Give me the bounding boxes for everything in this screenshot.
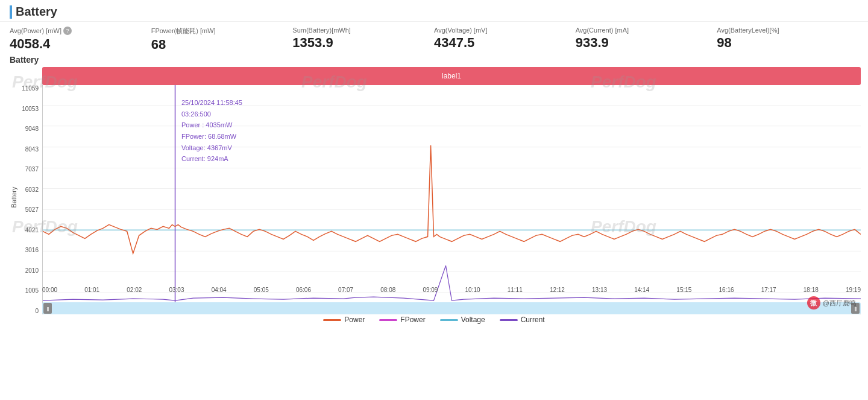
y-label-9: 2010 xyxy=(2,267,39,274)
stat-avg-current-value: 933.9 xyxy=(576,35,717,51)
y-axis-title: Battery xyxy=(10,187,17,208)
x-label-9: 09:09 xyxy=(423,287,438,293)
x-axis: 00:00 01:01 02:02 03:03 04:04 05:05 06:0… xyxy=(42,287,861,293)
x-label-16: 16:16 xyxy=(719,287,734,293)
x-label-18: 18:18 xyxy=(804,287,819,293)
legend-power-label: Power xyxy=(344,316,365,324)
scrollbar-handle-left[interactable]: ||| xyxy=(43,303,52,314)
legend: Power FPower Voltage Current xyxy=(0,313,868,326)
y-label-4: 7037 xyxy=(2,166,39,173)
y-label-10: 1005 xyxy=(2,287,39,294)
stat-avg-voltage-label: Avg(Voltage) [mV] xyxy=(434,27,576,34)
x-label-3: 03:03 xyxy=(169,287,184,293)
legend-voltage-label: Voltage xyxy=(461,316,485,324)
scrollbar-left-icon: ||| xyxy=(46,306,48,311)
x-label-14: 14:14 xyxy=(634,287,649,293)
legend-voltage-line xyxy=(440,319,458,321)
stat-fpower-label: FPower(帧能耗) [mW] xyxy=(151,27,293,36)
y-label-1: 10053 xyxy=(2,106,39,112)
x-label-17: 17:17 xyxy=(761,287,776,293)
chart-svg xyxy=(43,85,861,314)
page-wrapper: PerfDog PerfDog PerfDog PerfDog PerfDog … xyxy=(0,0,868,400)
legend-power: Power xyxy=(323,316,365,324)
x-label-4: 04:04 xyxy=(212,287,227,293)
stat-avg-battery-level-value: 98 xyxy=(717,35,858,51)
chart-section: Battery label1 11059 10053 9048 8043 703… xyxy=(0,52,868,326)
weibo-badge: 微 @西厅鹿鸣 xyxy=(807,296,856,310)
stat-sum-battery-label: Sum(Battery)[mWh] xyxy=(292,27,434,34)
legend-voltage: Voltage xyxy=(440,316,485,324)
y-label-7: 4021 xyxy=(2,227,39,233)
stats-row: Avg(Power) [mW] ? 4058.4 FPower(帧能耗) [mW… xyxy=(0,22,868,52)
legend-current-line xyxy=(500,319,518,321)
y-label-0: 11059 xyxy=(2,85,39,92)
x-label-13: 13:13 xyxy=(592,287,607,293)
x-label-7: 07:07 xyxy=(338,287,353,293)
stat-avg-current-label: Avg(Current) [mA] xyxy=(576,27,717,34)
x-label-19: 19:19 xyxy=(846,287,861,293)
weibo-icon: 微 xyxy=(807,296,820,310)
stat-avg-power-label: Avg(Power) [mW] ? xyxy=(10,27,151,35)
chart-container[interactable]: label1 11059 10053 9048 8043 7037 6032 5… xyxy=(0,67,868,326)
legend-current-label: Current xyxy=(521,316,545,324)
x-label-5: 05:05 xyxy=(254,287,269,293)
y-label-5: 6032 xyxy=(2,186,39,193)
page-title: Battery xyxy=(10,5,858,19)
stat-avg-battery-level-label: Avg(BatteryLevel)[%] xyxy=(717,27,858,34)
title-text: Battery xyxy=(16,5,57,19)
x-label-10: 10:10 xyxy=(465,287,480,293)
x-label-0: 00:00 xyxy=(42,287,57,293)
stat-avg-voltage-value: 4347.5 xyxy=(434,35,576,51)
x-label-1: 01:01 xyxy=(84,287,99,293)
x-label-8: 08:08 xyxy=(380,287,395,293)
stat-avg-power-value: 4058.4 xyxy=(10,36,151,52)
legend-fpower-label: FPower xyxy=(400,316,425,324)
y-axis: 11059 10053 9048 8043 7037 6032 5027 402… xyxy=(0,85,41,314)
stat-avg-battery-level: Avg(BatteryLevel)[%] 98 xyxy=(717,27,858,52)
label-bar: label1 xyxy=(42,67,861,85)
x-label-12: 12:12 xyxy=(550,287,565,293)
y-label-2: 9048 xyxy=(2,125,39,132)
stat-sum-battery-value: 1353.9 xyxy=(292,35,434,51)
help-icon-power[interactable]: ? xyxy=(63,27,72,35)
header-section: Battery xyxy=(0,0,868,22)
chart-title: Battery xyxy=(0,55,868,67)
stat-avg-voltage: Avg(Voltage) [mV] 4347.5 xyxy=(434,27,576,52)
x-label-2: 02:02 xyxy=(127,287,142,293)
legend-current: Current xyxy=(500,316,545,324)
stat-avg-power: Avg(Power) [mW] ? 4058.4 xyxy=(10,27,151,52)
x-label-6: 06:06 xyxy=(296,287,311,293)
stat-sum-battery: Sum(Battery)[mWh] 1353.9 xyxy=(292,27,434,52)
scrollbar[interactable]: ||| ||| xyxy=(42,302,861,314)
legend-fpower-line xyxy=(379,319,397,321)
y-label-6: 5027 xyxy=(2,206,39,213)
stat-fpower-value: 68 xyxy=(151,37,293,52)
legend-fpower: FPower xyxy=(379,316,425,324)
x-label-15: 15:15 xyxy=(676,287,691,293)
stat-fpower: FPower(帧能耗) [mW] 68 xyxy=(151,27,293,52)
stat-avg-current: Avg(Current) [mA] 933.9 xyxy=(576,27,717,52)
chart-svg-area[interactable]: 25/10/2024 11:58:45 03:26:500 Power : 40… xyxy=(42,85,861,314)
title-bar-accent xyxy=(10,5,12,19)
weibo-text: @西厅鹿鸣 xyxy=(823,299,856,308)
y-label-3: 8043 xyxy=(2,146,39,153)
label-bar-text: label1 xyxy=(442,72,461,80)
x-label-11: 11:11 xyxy=(508,287,523,293)
y-label-8: 3016 xyxy=(2,247,39,253)
legend-power-line xyxy=(323,319,341,321)
